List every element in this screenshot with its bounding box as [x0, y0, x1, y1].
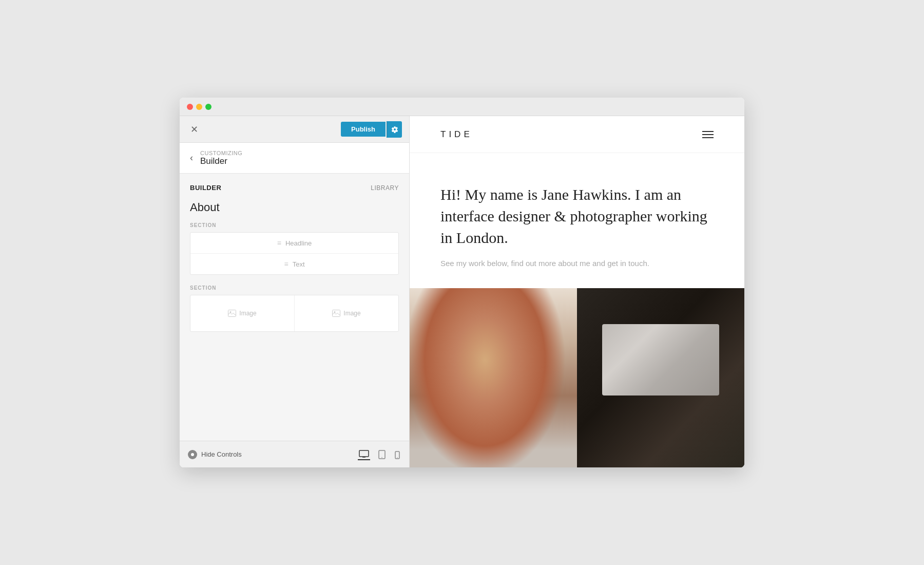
svg-point-7	[381, 457, 382, 458]
tablet-device-button[interactable]	[377, 449, 387, 460]
images-section	[410, 288, 744, 467]
headline-label: Headline	[285, 239, 312, 247]
browser-window: ✕ Publish ‹ Customizing Builder	[180, 98, 744, 467]
hamburger-menu[interactable]	[702, 131, 714, 138]
desktop-device-button[interactable]	[358, 449, 370, 460]
desk-photo	[577, 288, 744, 467]
section2-label: SECTION	[190, 285, 399, 291]
tablet-icon	[378, 450, 386, 459]
hero-subtext: See my work below, find out more about m…	[440, 259, 656, 268]
traffic-lights	[187, 104, 211, 110]
panel-body: BUILDER LIBRARY About SECTION ≡ Headline…	[180, 174, 409, 441]
svg-point-1	[230, 311, 232, 313]
browser-titlebar	[180, 98, 744, 116]
image1-icon	[228, 310, 236, 317]
image1-label: Image	[239, 310, 256, 317]
site-logo: TIDE	[440, 129, 473, 140]
close-button[interactable]: ✕	[187, 122, 201, 137]
svg-point-3	[334, 311, 336, 313]
publish-group: Publish	[341, 121, 402, 138]
hide-controls-icon	[188, 450, 197, 459]
site-content: Hi! My name is Jane Hawkins. I am an int…	[410, 153, 744, 467]
section2-images: Image Image	[190, 295, 398, 331]
site-header: TIDE	[410, 116, 744, 153]
settings-button[interactable]	[387, 121, 402, 138]
site-image-2	[577, 288, 744, 467]
image2-label: Image	[343, 310, 360, 317]
breadcrumb-current: Builder	[200, 156, 242, 166]
section1-block: ≡ Headline ≡ Text	[190, 232, 399, 275]
hero-section: Hi! My name is Jane Hawkins. I am an int…	[410, 153, 744, 288]
traffic-light-maximize[interactable]	[205, 104, 211, 110]
eye-icon	[190, 452, 195, 457]
site-image-1	[410, 288, 577, 467]
hamburger-line-3	[702, 137, 714, 138]
svg-rect-5	[359, 450, 369, 457]
panel-breadcrumb: ‹ Customizing Builder	[180, 143, 409, 174]
builder-header: BUILDER LIBRARY	[190, 184, 399, 192]
image1-placeholder[interactable]: Image	[190, 295, 295, 331]
browser-content: ✕ Publish ‹ Customizing Builder	[180, 116, 744, 467]
panel-toolbar: ✕ Publish	[180, 116, 409, 143]
page-label: About	[190, 201, 399, 214]
right-panel: TIDE Hi! My name is Jane Hawkins. I am a…	[410, 116, 744, 467]
section1-label: SECTION	[190, 222, 399, 228]
builder-title: BUILDER	[190, 184, 221, 192]
image2-icon	[332, 310, 340, 317]
breadcrumb-text: Customizing Builder	[200, 150, 242, 166]
text-block-row[interactable]: ≡ Text	[190, 254, 398, 274]
hide-controls-label: Hide Controls	[201, 450, 242, 458]
section2-block: Image Image	[190, 295, 399, 332]
mobile-device-button[interactable]	[394, 450, 401, 460]
gear-icon	[391, 126, 398, 133]
left-panel: ✕ Publish ‹ Customizing Builder	[180, 116, 410, 467]
library-link[interactable]: LIBRARY	[371, 184, 399, 192]
headline-block-row[interactable]: ≡ Headline	[190, 233, 398, 254]
hamburger-line-1	[702, 131, 714, 132]
hide-controls[interactable]: Hide Controls	[188, 450, 242, 459]
headline-icon: ≡	[277, 239, 281, 247]
hero-heading: Hi! My name is Jane Hawkins. I am an int…	[440, 184, 707, 249]
text-label: Text	[293, 260, 305, 268]
panel-footer: Hide Controls	[180, 441, 409, 467]
image2-placeholder[interactable]: Image	[295, 295, 398, 331]
hamburger-line-2	[702, 134, 714, 135]
traffic-light-close[interactable]	[187, 104, 193, 110]
mobile-icon	[395, 451, 400, 459]
desktop-icon	[359, 450, 369, 458]
svg-point-4	[191, 453, 194, 456]
traffic-light-minimize[interactable]	[196, 104, 202, 110]
breadcrumb-parent: Customizing	[200, 150, 242, 156]
device-controls	[358, 449, 401, 460]
back-button[interactable]: ‹	[190, 153, 193, 163]
text-icon: ≡	[284, 260, 288, 268]
portrait-photo	[410, 288, 577, 467]
publish-button[interactable]: Publish	[341, 122, 386, 137]
svg-point-9	[397, 457, 397, 458]
